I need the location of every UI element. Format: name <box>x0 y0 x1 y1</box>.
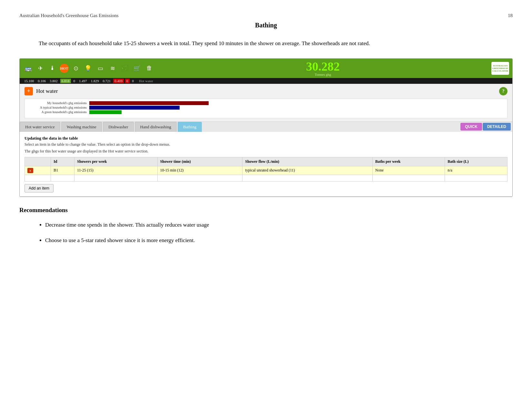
header-title: Australian Household's Greenhouse Gas Em… <box>19 13 119 18</box>
dishwasher-icon: ≋ <box>107 63 118 73</box>
fridge-icon: ▭ <box>95 63 105 73</box>
bulb-icon: 💡 <box>83 63 93 73</box>
cell-0-5: n/a <box>445 166 507 175</box>
col-5: Bath size (L) <box>445 157 507 166</box>
page-number: 18 <box>508 13 513 18</box>
hot-water-section: + Hot water ? My household's ghg emissio… <box>20 84 512 197</box>
calc-total: 30.282 Tonnes ghg <box>306 60 340 76</box>
logo-line1: AUSTRALIAN <box>493 64 507 67</box>
col-2: Shower time (min) <box>157 157 242 166</box>
hw-title: Hot water <box>36 88 58 94</box>
col-4: Baths per week <box>372 157 445 166</box>
calc-numbers-bar: 15.1000.1063.8026.81801.4971.8290.7210.4… <box>20 78 512 84</box>
cell-0-1: 11-25 (15) <box>74 166 157 175</box>
calc-number-8: 0.409 <box>113 79 124 83</box>
help-button[interactable]: ? <box>499 87 507 95</box>
page-header: Australian Household's Greenhouse Gas Em… <box>19 13 513 18</box>
calc-number-5: 1.497 <box>78 79 88 83</box>
tabs-row: Hot water serviceWashing machineDishwash… <box>20 122 512 132</box>
hw-title-row: + Hot water <box>25 87 58 95</box>
total-number: 30.282 <box>306 60 340 73</box>
calc-number-3: 6.818 <box>60 79 71 83</box>
data-table: IdShowers per weekShower time (min)Showe… <box>25 157 507 181</box>
chart-label-2: A green household's ghg emissions <box>30 110 89 114</box>
cell-0-2: 10-15 min (12) <box>157 166 242 175</box>
chart-row-1: A typical household's ghg emissions <box>30 106 502 110</box>
body-text: The occupants of each household take 15-… <box>19 39 513 49</box>
update-title: Updating the data in the table <box>25 136 507 141</box>
hw-chart: My household's ghg emissionsA typical ho… <box>25 99 507 118</box>
calc-top-bar: 🚌 ✈ 🌡 HOT ⊙ 💡 ▭ ≋ 🌿 🛒 🗑 30.282 Tonnes gh… <box>20 59 512 78</box>
tab-hand-dishwashing[interactable]: Hand dishwashing <box>135 122 177 132</box>
tabs-right: QUICKDETAILED <box>460 123 512 131</box>
chart-bar-1 <box>89 106 180 110</box>
garden-icon: 🌿 <box>120 63 130 73</box>
add-item-button[interactable]: Add an item <box>25 184 54 192</box>
calc-number-9: 0 <box>125 79 130 83</box>
trash-icon: 🗑 <box>144 63 154 73</box>
rec-item-0: Decrease time one spends in the shower. … <box>45 220 513 230</box>
col-0: Id <box>51 157 74 166</box>
tab-hot-water-service[interactable]: Hot water service <box>20 122 60 132</box>
recommendations-title: Recommendations <box>19 207 513 214</box>
chart-bar-0 <box>89 101 209 105</box>
chart-bar-2 <box>89 110 122 114</box>
cell-0-4: None <box>372 166 445 175</box>
calc-number-7: 0.721 <box>102 79 112 83</box>
ghg-note: The ghgs for this hot water usage are di… <box>25 149 507 154</box>
section-title: Bathing <box>19 22 513 29</box>
plane-icon: ✈ <box>35 63 45 73</box>
calc-icons-left: 🚌 ✈ 🌡 HOT ⊙ 💡 ▭ ≋ 🌿 🛒 🗑 <box>23 63 154 73</box>
calc-number-1: 0.106 <box>36 79 47 83</box>
calc-number-6: 1.829 <box>90 79 100 83</box>
calc-logo: AUSTRALIAN GREENHOUSE CALCULATOR <box>491 62 509 75</box>
cell-0-0: B1 <box>51 166 74 175</box>
plus-button[interactable]: + <box>25 87 33 95</box>
col-3: Shower flow (L/min) <box>242 157 372 166</box>
calc-number-2: 3.802 <box>48 79 59 83</box>
cell-0-3: typical unrated showerhead (11) <box>242 166 372 175</box>
col-1: Showers per week <box>74 157 157 166</box>
chart-row-0: My household's ghg emissions <box>30 101 502 105</box>
tab-btn-detailed[interactable]: DETAILED <box>483 123 511 131</box>
section-label: Hot water <box>139 79 153 83</box>
thermometer-icon: 🌡 <box>47 63 58 73</box>
recommendations-list: Decrease time one spends in the shower. … <box>19 220 513 246</box>
cart-icon: 🛒 <box>132 63 142 73</box>
calc-number-10: 0 <box>131 79 135 83</box>
tab-btn-quick[interactable]: QUICK <box>460 123 482 131</box>
delete-button[interactable]: x <box>27 168 33 173</box>
chart-row-2: A green household's ghg emissions <box>30 110 502 114</box>
chart-label-0: My household's ghg emissions <box>30 101 89 105</box>
table-row-empty <box>25 175 507 181</box>
bus-icon: 🚌 <box>23 63 33 73</box>
recommendations-section: Recommendations Decrease time one spends… <box>19 207 513 246</box>
rec-item-1: Choose to use a 5-star rated shower sinc… <box>45 236 513 246</box>
table-section: Updating the data in the table Select an… <box>20 132 512 196</box>
hot-water-icon: HOT <box>60 64 69 73</box>
logo-line2: GREENHOUSE <box>492 67 508 70</box>
update-desc: Select an item in the table to change th… <box>25 142 507 147</box>
calculator-widget: 🚌 ✈ 🌡 HOT ⊙ 💡 ▭ ≋ 🌿 🛒 🗑 30.282 Tonnes gh… <box>19 58 513 197</box>
tab-bathing[interactable]: Bathing <box>178 122 202 132</box>
table-row[interactable]: xB111-25 (15)10-15 min (12)typical unrat… <box>25 166 507 175</box>
calc-number-0: 15.100 <box>23 79 35 83</box>
hw-header: + Hot water ? <box>20 84 512 99</box>
chart-label-1: A typical household's ghg emissions <box>30 106 89 109</box>
washer-icon: ⊙ <box>71 63 81 73</box>
calc-number-4: 0 <box>72 79 77 83</box>
tab-dishwasher[interactable]: Dishwasher <box>103 122 133 132</box>
logo-line3: CALCULATOR <box>492 70 508 72</box>
tab-washing-machine[interactable]: Washing machine <box>61 122 102 132</box>
